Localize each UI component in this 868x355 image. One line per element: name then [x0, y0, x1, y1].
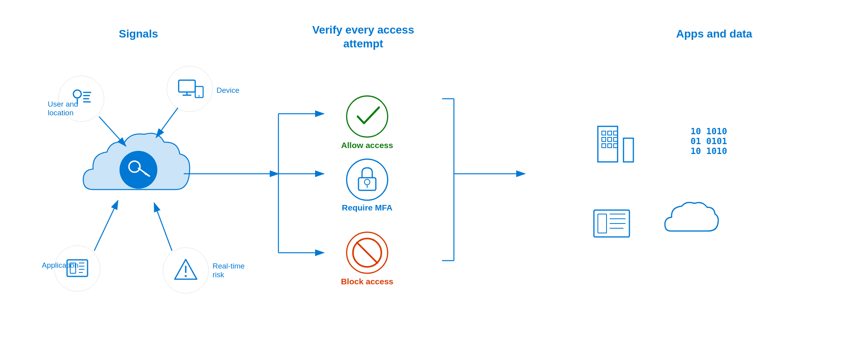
signals-title: Signals	[119, 28, 158, 40]
block-circle	[347, 232, 388, 273]
user-circle-bg	[58, 76, 104, 122]
block-line	[357, 242, 377, 263]
svg-rect-37	[608, 144, 612, 148]
user-circle	[58, 76, 104, 122]
svg-rect-9	[195, 86, 203, 98]
device-label: Device	[217, 86, 239, 94]
svg-rect-25	[358, 178, 376, 190]
svg-rect-29	[623, 138, 633, 162]
svg-line-22	[144, 172, 146, 175]
mfa-icon	[358, 168, 376, 190]
arrow-device-cloud	[156, 108, 178, 137]
allow-label: Allow access	[341, 141, 393, 150]
user-icon	[73, 90, 91, 104]
block-label: Block access	[341, 277, 393, 286]
app-label: Application	[42, 261, 78, 269]
user-label: User and	[48, 100, 78, 108]
svg-line-23	[146, 174, 148, 176]
arrow-risk-cloud	[154, 203, 172, 251]
svg-rect-28	[598, 126, 618, 162]
allow-circle	[347, 96, 388, 137]
svg-rect-31	[608, 131, 612, 135]
user-label2: location	[48, 109, 74, 117]
device-circle	[167, 66, 213, 112]
arrow-user-cloud	[99, 116, 126, 146]
check-icon	[358, 107, 379, 123]
svg-text:01 0101: 01 0101	[691, 136, 727, 146]
diagram-svg: Signals Verify every access attempt Apps…	[20, 16, 848, 340]
svg-point-20	[129, 161, 140, 172]
arrow-app-cloud	[94, 201, 118, 251]
verify-title-line2: attempt	[343, 38, 383, 50]
app-circle	[54, 246, 100, 291]
key-circle	[119, 151, 157, 189]
risk-icon	[175, 259, 197, 279]
cloud-path	[83, 133, 190, 190]
svg-rect-33	[602, 137, 606, 141]
building-icon	[598, 126, 633, 162]
svg-point-0	[73, 90, 81, 98]
svg-rect-43	[598, 214, 607, 233]
key-icon	[129, 161, 149, 176]
risk-circle	[163, 248, 209, 293]
svg-marker-17	[175, 259, 197, 279]
svg-point-19	[185, 275, 187, 277]
svg-rect-42	[594, 210, 629, 237]
svg-rect-11	[67, 260, 88, 276]
device-icon	[179, 80, 203, 98]
svg-text:10 1010: 10 1010	[691, 146, 727, 156]
app-icon	[67, 260, 88, 276]
svg-rect-34	[608, 137, 612, 141]
svg-rect-38	[614, 144, 618, 148]
dashboard-icon	[594, 210, 629, 237]
svg-rect-36	[602, 144, 606, 148]
risk-label: Real-time	[213, 262, 245, 270]
svg-rect-12	[70, 263, 76, 273]
apps-title: Apps and data	[676, 28, 752, 40]
mfa-circle	[347, 159, 388, 200]
svg-rect-32	[614, 131, 618, 135]
cloud-data-icon	[665, 202, 718, 231]
block-symbol	[353, 239, 381, 267]
svg-rect-6	[179, 80, 195, 92]
mfa-label: Require MFA	[342, 203, 392, 212]
verify-title-line1: Verify every access	[312, 24, 414, 36]
data-icon: 10 1010 01 0101 10 1010	[691, 126, 727, 156]
svg-rect-30	[602, 131, 606, 135]
cloud-group	[83, 133, 190, 190]
svg-rect-35	[614, 137, 618, 141]
svg-line-21	[138, 168, 149, 176]
svg-point-26	[364, 179, 370, 185]
svg-text:10 1010: 10 1010	[691, 126, 727, 136]
diagram: Signals Verify every access attempt Apps…	[20, 16, 848, 340]
risk-label2: risk	[213, 270, 224, 279]
